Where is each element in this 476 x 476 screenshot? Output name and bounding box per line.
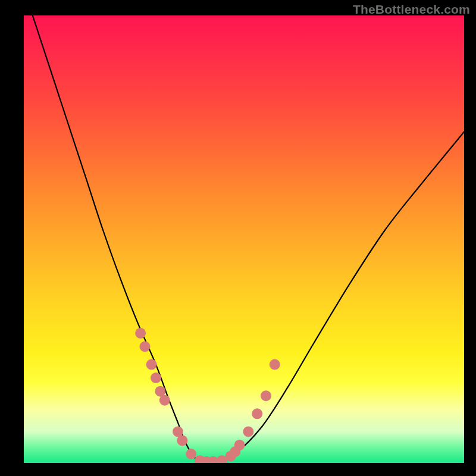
highlight-dot bbox=[261, 390, 271, 401]
highlight-dot bbox=[135, 328, 146, 339]
highlight-dot bbox=[151, 372, 161, 383]
highlight-dot bbox=[146, 359, 157, 370]
highlight-dot bbox=[186, 449, 196, 459]
highlight-dot bbox=[159, 395, 170, 406]
highlight-dot bbox=[140, 342, 151, 352]
watermark-text: TheBottleneck.com bbox=[353, 2, 470, 17]
highlight-dot bbox=[270, 359, 280, 370]
curve-layer bbox=[24, 15, 464, 463]
highlight-dot bbox=[252, 408, 262, 419]
highlight-dot bbox=[177, 435, 187, 446]
highlight-dot bbox=[234, 440, 245, 450]
plot-area bbox=[24, 15, 464, 463]
bottleneck-curve bbox=[33, 15, 464, 463]
chart-stage: TheBottleneck.com bbox=[0, 0, 476, 476]
highlight-dots bbox=[135, 328, 280, 463]
highlight-dot bbox=[243, 426, 253, 437]
